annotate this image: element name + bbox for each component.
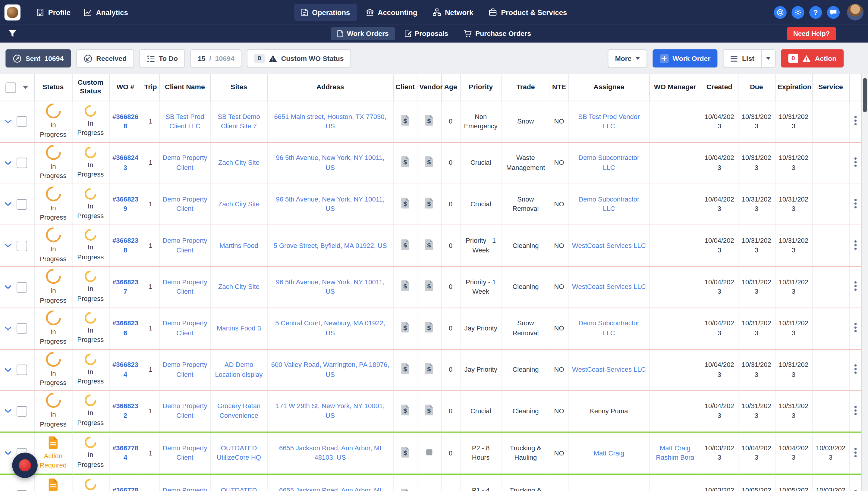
wo-number-link[interactable]: #3668237	[112, 278, 138, 295]
row-expand-chevron-icon[interactable]	[4, 161, 12, 165]
col-expiration[interactable]: Expiration	[775, 74, 812, 101]
address-link[interactable]: 5 Grove Street, Byfield, MA 01922, US	[274, 241, 387, 250]
col-trip[interactable]: Trip	[142, 74, 160, 101]
list-view-button[interactable]: List	[723, 49, 762, 67]
vendor-invoice-icon[interactable]: $	[425, 239, 433, 250]
select-all-checkbox[interactable]	[5, 82, 16, 93]
col-created[interactable]: Created	[701, 74, 738, 101]
client-name-link[interactable]: Demo Property Client	[163, 320, 207, 337]
table-row[interactable]: In Progress In Progress #3668237 1 Demo …	[0, 267, 862, 308]
col-assignee[interactable]: Assignee	[568, 74, 649, 101]
row-expand-chevron-icon[interactable]	[4, 244, 12, 248]
table-row[interactable]: Action Required In Progress #3667784 1 D…	[0, 432, 862, 474]
site-link[interactable]: SB Test Demo Client Site 7	[218, 113, 260, 130]
table-row[interactable]: In Progress In Progress #3668236 1 Demo …	[0, 308, 862, 349]
wo-number-link[interactable]: #3667783	[112, 486, 138, 491]
address-link[interactable]: 6655 Jackson Road, Ann Arbor, MI 48103, …	[279, 486, 381, 491]
row-actions-menu[interactable]	[853, 321, 858, 334]
client-invoice-icon[interactable]: $	[400, 197, 409, 208]
row-expand-chevron-icon[interactable]	[4, 326, 12, 331]
col-custom-status[interactable]: Custom Status	[72, 74, 109, 101]
address-link[interactable]: 171 W 29th St, New York, NY 10001, US	[276, 402, 385, 420]
support-button[interactable]	[774, 6, 787, 18]
site-link[interactable]: Zach City Site	[218, 283, 259, 291]
app-logo[interactable]	[4, 4, 21, 20]
col-client-name[interactable]: Client Name	[160, 74, 211, 101]
more-button[interactable]: More	[608, 49, 647, 67]
vendor-invoice-icon[interactable]: $	[425, 321, 433, 333]
wo-number-link[interactable]: #3668232	[112, 402, 138, 420]
client-invoice-icon[interactable]: $	[400, 239, 409, 250]
col-nte[interactable]: NTE	[550, 74, 568, 101]
site-link[interactable]: OUTDATED UtilizeCore HQ	[217, 486, 261, 491]
assignee-link[interactable]: Kenny Puma	[590, 407, 628, 415]
col-sites[interactable]: Sites	[211, 74, 267, 101]
nav-analytics[interactable]: Analytics	[77, 4, 135, 21]
vendor-invoice-icon[interactable]: $	[425, 363, 433, 374]
client-name-link[interactable]: Demo Property Client	[163, 154, 207, 171]
row-actions-menu[interactable]	[853, 115, 858, 127]
table-row[interactable]: In Progress In Progress #3668268 1 SB Te…	[0, 101, 862, 142]
view-switcher-caret-button[interactable]	[761, 49, 776, 67]
settings-button[interactable]	[791, 6, 804, 18]
wo-number-link[interactable]: #3668268	[112, 113, 138, 130]
row-actions-menu[interactable]	[853, 446, 858, 458]
table-row[interactable]: In Progress In Progress #3668234 1 Demo …	[0, 349, 862, 391]
tab-work-orders[interactable]: Work Orders	[331, 27, 395, 40]
todo-filter-button[interactable]: To Do	[139, 49, 185, 67]
wo-number-link[interactable]: #3668238	[112, 237, 138, 254]
row-checkbox[interactable]	[17, 199, 27, 210]
user-avatar[interactable]	[847, 4, 864, 21]
tab-proposals[interactable]: Proposals	[398, 27, 454, 40]
nav-profile[interactable]: Profile	[29, 4, 77, 21]
row-checkbox[interactable]	[17, 365, 27, 375]
row-expand-chevron-icon[interactable]	[4, 120, 12, 124]
row-expand-chevron-icon[interactable]	[4, 202, 12, 207]
row-actions-menu[interactable]	[853, 488, 858, 491]
wo-number-link[interactable]: #3668234	[112, 361, 138, 378]
client-invoice-icon[interactable]: $	[400, 115, 409, 126]
client-name-link[interactable]: Demo Property Client	[163, 444, 207, 462]
client-invoice-icon[interactable]: $	[400, 363, 409, 374]
row-actions-menu[interactable]	[853, 363, 858, 375]
address-link[interactable]: 96 5th Avenue, New York, NY 10011, US	[276, 195, 384, 213]
chat-button[interactable]	[827, 6, 840, 18]
assignee-link[interactable]: WestCoast Services LLC	[572, 366, 646, 374]
client-name-link[interactable]: SB Test Prod Client LLC	[165, 113, 204, 130]
col-vendor[interactable]: Vendor	[417, 74, 441, 101]
client-name-link[interactable]: Demo Property Client	[163, 361, 207, 378]
vertical-scrollbar[interactable]	[861, 74, 868, 491]
row-expand-chevron-icon[interactable]	[4, 368, 12, 372]
assignee-link[interactable]: WestCoast Services LLC	[572, 283, 646, 291]
table-row[interactable]: In Progress In Progress #3668239 1 Demo …	[0, 184, 862, 225]
col-service[interactable]: Service	[812, 74, 849, 101]
site-link[interactable]: Martins Food 3	[217, 324, 261, 332]
tab-purchase-orders[interactable]: Purchase Orders	[457, 27, 537, 40]
client-invoice-icon[interactable]: $	[400, 488, 409, 491]
row-checkbox[interactable]	[17, 323, 27, 334]
wo-manager-link[interactable]: Matt Craig Rashim Bora	[656, 444, 694, 462]
row-actions-menu[interactable]	[853, 239, 858, 251]
row-expand-chevron-icon[interactable]	[4, 451, 12, 456]
client-name-link[interactable]: Demo Property Client	[163, 278, 207, 295]
client-invoice-icon[interactable]: $	[400, 156, 409, 167]
row-actions-menu[interactable]	[853, 156, 858, 168]
col-age[interactable]: Age	[441, 74, 460, 101]
row-expand-chevron-icon[interactable]	[4, 285, 12, 289]
site-link[interactable]: Zach City Site	[218, 159, 259, 167]
vendor-invoice-icon[interactable]: $	[425, 156, 433, 167]
row-checkbox[interactable]	[17, 158, 27, 168]
assignee-link[interactable]: WestCoast Services LLC	[572, 241, 646, 250]
site-link[interactable]: Zach City Site	[218, 200, 259, 208]
table-row[interactable]: Action Required In Progress #3667783 1 D…	[0, 474, 862, 491]
address-link[interactable]: 96 5th Avenue, New York, NY 10011, US	[276, 154, 384, 171]
client-name-link[interactable]: Demo Property Client	[163, 402, 207, 420]
col-status[interactable]: Status	[34, 74, 72, 101]
wo-number-link[interactable]: #3668236	[112, 320, 138, 337]
col-due[interactable]: Due	[738, 74, 775, 101]
row-checkbox[interactable]	[17, 282, 27, 292]
assignee-link[interactable]: Demo Subcontractor LLC	[578, 154, 639, 171]
row-checkbox[interactable]	[17, 240, 27, 251]
nav-network[interactable]: Network	[426, 4, 480, 21]
client-name-link[interactable]: Demo Property Client	[163, 486, 207, 491]
